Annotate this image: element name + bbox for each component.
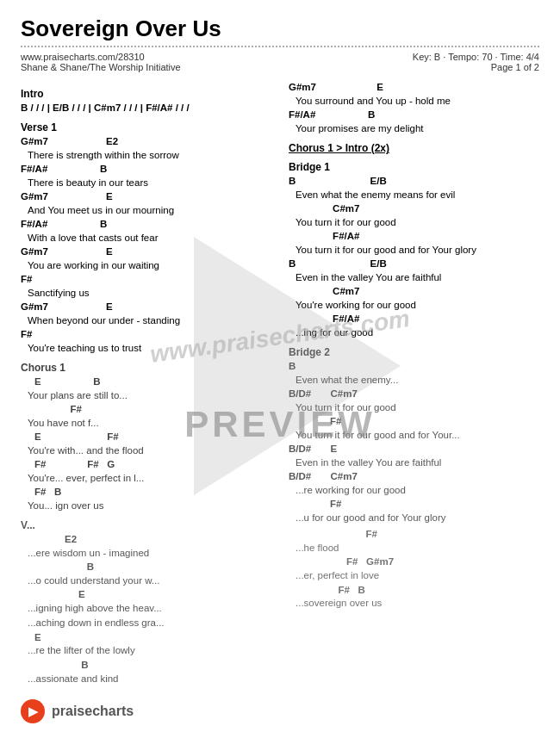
artist: Shane & Shane/The Worship Initiative <box>21 62 181 72</box>
chorus1-ref-section: Chorus 1 > Intro (2x) <box>289 142 539 154</box>
left-column: Intro B / / / | E/B / / / | C#m7 / / / |… <box>21 81 271 689</box>
divider <box>21 46 539 47</box>
bridge1-line-4: B E/B Even in the valley You are faithfu… <box>289 257 539 284</box>
bridge1-section: Bridge 1 B E/B Even what the enemy means… <box>289 161 539 339</box>
content-area: Intro B / / / | E/B / / / | C#m7 / / / |… <box>21 81 539 689</box>
page-container: Sovereign Over Us www.praisecharts.com/2… <box>0 0 560 732</box>
key-tempo-time: Key: B · Tempo: 70 · Time: 4/4 <box>413 52 539 62</box>
footer-logo: ▶ <box>21 699 45 723</box>
chorus1-ref-label: Chorus 1 > Intro (2x) <box>289 142 539 154</box>
bridge1-line-5: C#m7 You're working for our good <box>289 285 539 312</box>
bridge1-line-3: F#/A# You turn it for our good and for Y… <box>289 230 539 257</box>
bridge1-label: Bridge 1 <box>289 161 539 173</box>
bridge1-line-1: B E/B Even what the enemy means for evil <box>289 175 539 202</box>
intro-section: Intro B / / / | E/B / / / | C#m7 / / / |… <box>21 88 271 115</box>
chorus1-left-line-5: F# B You... ign over us <box>21 486 271 512</box>
meta-row: www.praisecharts.com/28310 Shane & Shane… <box>21 52 539 72</box>
bridge2-section: Bridge 2 B Even what the enemy... B/D# C… <box>289 346 539 524</box>
chorus-upper-line-2: F#/A# B Your promises are my delight <box>289 109 539 135</box>
right-column: G#m7 E You surround and You up - hold me… <box>289 81 539 689</box>
verse1-section: Verse 1 G#m7 E2 There is strength within… <box>21 121 271 355</box>
bridge1-line-6: F#/A# ...ing for our good <box>289 313 539 339</box>
verse1-line-7: G#m7 E When beyond our under - standing <box>21 301 271 327</box>
chorus-upper-line-1: G#m7 E You surround and You up - hold me <box>289 81 539 108</box>
meta-left: www.praisecharts.com/28310 Shane & Shane… <box>21 52 181 72</box>
intro-label: Intro <box>21 88 271 100</box>
url: www.praisecharts.com/28310 <box>21 52 181 62</box>
chorus1-left-line-4: F# F# G You're... ever, perfect in l... <box>21 458 271 485</box>
chorus1-left-line-2: F# You have not f... <box>21 403 271 430</box>
verse2-left-label: V... <box>21 519 271 531</box>
verse1-line-2: F#/A# B There is beauty in our tears <box>21 163 271 189</box>
verse1-line-4: F#/A# B With a love that casts out fear <box>21 218 271 245</box>
bridge2-label: Bridge 2 <box>289 346 539 358</box>
verse1-line-5: G#m7 E You are working in our waiting <box>21 245 271 272</box>
bridge1-line-2: C#m7 You turn it for our good <box>289 202 539 229</box>
verse1-line-8: F# You're teaching us to trust <box>21 328 271 355</box>
chorus1-left-line-3: E F# You're with... and the flood <box>21 431 271 457</box>
verse1-line-6: F# Sanctifying us <box>21 273 271 300</box>
footer-brand: praisecharts <box>52 704 134 719</box>
chorus-right-faded: F# ...he flood F# G#m7 ...er, perfect in… <box>289 528 539 610</box>
verse2-left-section: V... E2 ...ere wisdom un - imagined B ..… <box>21 519 271 685</box>
footer-play-icon: ▶ <box>28 704 38 718</box>
chorus1-left-label: Chorus 1 <box>21 362 271 374</box>
page-title: Sovereign Over Us <box>21 16 539 42</box>
meta-right: Key: B · Tempo: 70 · Time: 4/4 Page 1 of… <box>413 52 539 72</box>
verse1-label: Verse 1 <box>21 121 271 133</box>
chorus-upper-section: G#m7 E You surround and You up - hold me… <box>289 81 539 135</box>
verse1-line-3: G#m7 E And You meet us in our mourning <box>21 190 271 217</box>
chorus1-left-section: Chorus 1 E B Your plans are still to... … <box>21 362 271 512</box>
footer: ▶ praisecharts <box>21 699 539 723</box>
intro-chords: B / / / | E/B / / / | C#m7 / / / | F#/A#… <box>21 102 271 115</box>
chorus1-left-line-1: E B Your plans are still to... <box>21 375 271 402</box>
verse1-line-1: G#m7 E2 There is strength within the sor… <box>21 135 271 162</box>
page-num: Page 1 of 2 <box>413 62 539 72</box>
